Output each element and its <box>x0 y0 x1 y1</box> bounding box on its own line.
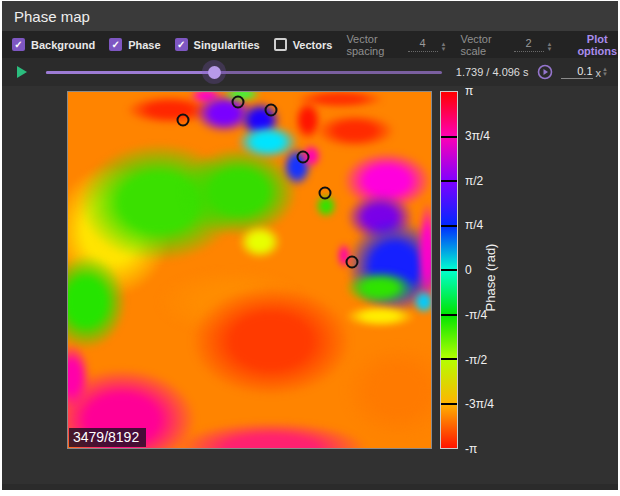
heatmap-blob <box>110 91 230 129</box>
colorbar-tick-label: π/4 <box>465 218 483 232</box>
colorbar-tick <box>441 136 457 138</box>
heatmap-blob <box>329 202 432 330</box>
vector-scale-label: Vector scale <box>460 33 499 57</box>
heatmap-blob <box>333 265 427 311</box>
heatmap-blob <box>280 91 400 112</box>
vector-spacing-input[interactable]: 4 ▲▼ <box>408 37 447 52</box>
play-icon <box>17 66 27 78</box>
slider-thumb[interactable] <box>202 60 226 84</box>
footer-actions: DRAW PS PATH SAVE PS PATH SAVE DATA SAVE… <box>2 484 618 490</box>
heatmap-blob <box>67 238 141 366</box>
colorbar-tick-label: -π/2 <box>465 353 487 367</box>
heatmap-blob <box>142 412 400 449</box>
vector-spacing-label: Vector spacing <box>346 33 393 57</box>
heatmap-blob <box>184 91 228 106</box>
play-button[interactable] <box>14 64 30 80</box>
checkbox-background-box[interactable]: ✓ <box>12 38 25 51</box>
heatmap-blob <box>409 286 432 318</box>
check-icon: ✓ <box>111 40 119 50</box>
colorbar-tick-label: π/2 <box>465 174 483 188</box>
spinner-down-icon[interactable]: ▼ <box>547 47 553 52</box>
checkbox-singularities-label: Singularities <box>194 39 260 51</box>
colorbar-tick <box>441 180 457 182</box>
heatmap-blob <box>67 122 268 282</box>
colorbar-tick-label: 3π/4 <box>465 129 490 143</box>
page-title: Phase map <box>14 8 90 25</box>
singularity-marker <box>177 113 190 126</box>
speed-suffix: x <box>596 67 602 79</box>
phase-map-dialog: Phase map ✓ Background ✓ Phase ✓ Singula… <box>2 1 618 490</box>
colorbar-title: Phase (rad) <box>483 228 498 328</box>
singularity-marker <box>318 187 331 200</box>
phase-heatmap[interactable]: 3479/8192 <box>67 91 432 449</box>
colorbar-tick-label: -3π/4 <box>465 397 494 411</box>
colorbar-tick-label: π <box>465 84 473 98</box>
colorbar-tick <box>441 269 457 271</box>
singularity-marker <box>231 95 244 108</box>
draw-ps-path-button[interactable]: DRAW PS PATH <box>2 489 95 490</box>
checkbox-background-label: Background <box>31 39 95 51</box>
heatmap-blob <box>415 183 432 322</box>
plot-options-button[interactable]: Plot options <box>577 33 618 57</box>
colorbar-tick-label: -π <box>465 442 477 456</box>
save-ps-path-button[interactable]: SAVE PS PATH <box>123 489 211 490</box>
checkbox-phase[interactable]: ✓ Phase <box>109 38 160 51</box>
speed-value[interactable]: 0.1 <box>561 65 593 79</box>
heatmap-blob <box>333 302 427 330</box>
loop-button[interactable] <box>537 64 553 80</box>
checkbox-background[interactable]: ✓ Background <box>12 38 95 51</box>
save-video-button[interactable]: SAVE VIDEO <box>452 489 531 490</box>
colorbar-tick <box>441 403 457 405</box>
checkbox-vectors[interactable]: Vectors <box>274 38 333 51</box>
heatmap-blob <box>324 327 432 449</box>
save-figure-button[interactable]: SAVE FIGURE <box>340 489 424 490</box>
time-label: 1.739 / 4.096 s <box>456 66 529 78</box>
check-icon: ✓ <box>14 40 22 50</box>
heatmap-blob <box>67 142 191 320</box>
heatmap-blob <box>67 332 97 421</box>
checkbox-vectors-box[interactable] <box>274 38 287 51</box>
heatmap-blob <box>159 131 319 252</box>
spinner-down-icon[interactable]: ▼ <box>441 47 447 52</box>
heatmap-blob <box>184 91 264 140</box>
heatmap-blob <box>277 140 317 193</box>
heatmap-blob <box>328 142 432 220</box>
heatmap-blob <box>162 266 380 416</box>
vector-scale-input[interactable]: 2 ▲▼ <box>514 37 553 52</box>
singularity-marker <box>345 256 358 269</box>
checkbox-vectors-label: Vectors <box>293 39 333 51</box>
figure-area: 3479/8192 π3π/4π/2π/40-π/4-π/2-3π/4-π Ph… <box>2 86 618 484</box>
singularity-marker <box>264 103 277 116</box>
save-data-button[interactable]: SAVE DATA <box>239 489 312 490</box>
vector-spacing-value[interactable]: 4 <box>408 37 438 52</box>
heatmap-blob <box>289 94 325 147</box>
frame-counter: 3479/8192 <box>69 428 146 447</box>
heatmap-blob <box>231 218 289 264</box>
spinner-down-icon[interactable]: ▼ <box>602 72 608 77</box>
colorbar <box>440 91 458 449</box>
titlebar: Phase map <box>2 1 618 31</box>
vector-scale-value[interactable]: 2 <box>514 37 544 52</box>
colorbar-tick <box>441 358 457 360</box>
singularity-marker <box>296 150 309 163</box>
slider-track[interactable] <box>46 71 442 74</box>
checkbox-phase-label: Phase <box>128 39 160 51</box>
heatmap-blob <box>132 258 332 347</box>
playback-bar: 1.739 / 4.096 s 0.1 x ▲▼ <box>2 58 618 86</box>
slider-fill <box>46 71 214 74</box>
colorbar-tick <box>441 225 457 227</box>
checkbox-phase-box[interactable]: ✓ <box>109 38 122 51</box>
speed-input[interactable]: 0.1 x <box>561 65 602 79</box>
checkbox-singularities[interactable]: ✓ Singularities <box>175 38 260 51</box>
check-icon: ✓ <box>177 40 185 50</box>
time-slider[interactable] <box>46 64 442 80</box>
toolbar: ✓ Background ✓ Phase ✓ Singularities Vec… <box>2 31 618 58</box>
colorbar-tick-label: 0 <box>465 263 472 277</box>
heatmap-blob <box>300 108 409 154</box>
heatmap-blob <box>335 185 426 249</box>
replay-icon <box>537 64 553 80</box>
checkbox-singularities-box[interactable]: ✓ <box>175 38 188 51</box>
colorbar-tick <box>441 314 457 316</box>
